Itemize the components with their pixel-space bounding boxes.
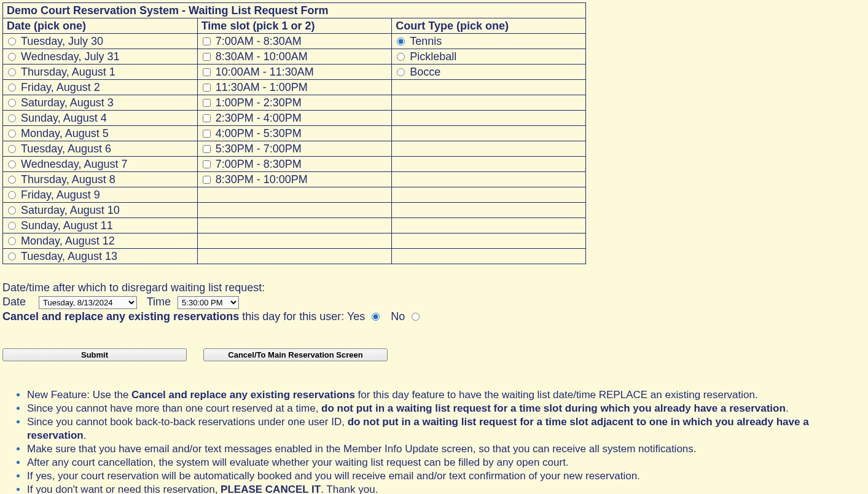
timeslot-cell[interactable]: 1:00PM - 2:30PM <box>197 95 392 111</box>
submit-button[interactable]: Submit <box>2 348 187 361</box>
date-cell[interactable]: Wednesday, July 31 <box>3 49 198 65</box>
date-radio[interactable] <box>8 130 16 138</box>
date-radio[interactable] <box>8 114 16 122</box>
date-cell[interactable]: Saturday, August 10 <box>3 203 198 218</box>
date-radio[interactable] <box>8 99 16 107</box>
timeslot-checkbox[interactable] <box>203 99 211 107</box>
timeslot-cell[interactable]: 10:00AM - 11:30AM <box>197 65 392 80</box>
date-label: Saturday, August 3 <box>21 96 114 109</box>
empty-cell <box>197 233 392 249</box>
date-cell[interactable]: Saturday, August 3 <box>3 95 198 111</box>
date-label: Thursday, August 8 <box>21 173 115 186</box>
date-label: Tuesday, August 13 <box>21 250 117 263</box>
date-radio[interactable] <box>8 176 16 184</box>
date-label: Monday, August 5 <box>21 127 109 140</box>
date-cell[interactable]: Friday, August 2 <box>3 80 198 95</box>
court-radio[interactable] <box>397 68 405 76</box>
court-cell[interactable]: Pickleball <box>392 49 586 65</box>
timeslot-cell[interactable]: 2:30PM - 4:00PM <box>197 111 392 126</box>
timeslot-checkbox[interactable] <box>203 160 211 168</box>
note-item: New Feature: Use the Cancel and replace … <box>27 388 866 402</box>
date-radio[interactable] <box>8 160 16 168</box>
date-label: Tuesday, July 30 <box>21 35 103 48</box>
date-radio[interactable] <box>8 68 16 76</box>
timeslot-cell[interactable]: 7:00AM - 8:30AM <box>197 34 392 49</box>
date-radio[interactable] <box>8 84 16 92</box>
timeslot-cell[interactable]: 7:00PM - 8:30PM <box>197 157 392 172</box>
cancel-replace-no-radio[interactable] <box>412 313 420 321</box>
col-header-court: Court Type (pick one) <box>392 18 586 34</box>
note-item: If you don't want or need this reservati… <box>27 483 866 494</box>
timeslot-checkbox[interactable] <box>203 68 211 76</box>
empty-cell <box>392 157 586 172</box>
timeslot-label: 7:00AM - 8:30AM <box>216 35 302 48</box>
timeslot-cell[interactable]: 8:30PM - 10:00PM <box>197 172 392 187</box>
date-label: Friday, August 9 <box>21 189 100 202</box>
date-radio[interactable] <box>8 206 16 214</box>
date-radio[interactable] <box>8 145 16 153</box>
empty-cell <box>392 172 586 187</box>
timeslot-checkbox[interactable] <box>203 176 211 184</box>
timeslot-checkbox[interactable] <box>203 37 211 45</box>
empty-cell <box>392 203 586 218</box>
date-cell[interactable]: Monday, August 5 <box>3 126 198 141</box>
cancel-replace-rest: this day for this user: <box>239 310 347 323</box>
court-radio[interactable] <box>397 53 405 61</box>
timeslot-checkbox[interactable] <box>203 145 211 153</box>
empty-cell <box>197 187 392 203</box>
cancel-replace-yes-radio[interactable] <box>372 313 380 321</box>
timeslot-checkbox[interactable] <box>203 114 211 122</box>
court-radio[interactable] <box>397 37 405 45</box>
court-label: Bocce <box>410 66 440 79</box>
cancel-replace-bold: Cancel and replace any existing reservat… <box>2 310 239 323</box>
timeslot-cell[interactable]: 11:30AM - 1:00PM <box>197 80 392 95</box>
date-radio[interactable] <box>8 53 16 61</box>
empty-cell <box>392 187 586 203</box>
empty-cell <box>392 95 586 111</box>
court-cell[interactable]: Tennis <box>392 34 586 49</box>
empty-cell <box>392 141 586 157</box>
date-label: Wednesday, July 31 <box>21 50 119 63</box>
date-cell[interactable]: Wednesday, August 7 <box>3 157 198 172</box>
timeslot-label: 5:30PM - 7:00PM <box>216 143 302 155</box>
disregard-time-select[interactable]: 5:30:00 PM <box>178 296 239 309</box>
empty-cell <box>197 249 392 264</box>
timeslot-cell[interactable]: 5:30PM - 7:00PM <box>197 141 392 157</box>
court-cell[interactable]: Bocce <box>392 65 586 80</box>
timeslot-cell[interactable]: 4:00PM - 5:30PM <box>197 126 392 141</box>
empty-cell <box>392 249 586 264</box>
disregard-date-select[interactable]: Tuesday, 8/13/2024 <box>39 296 137 309</box>
date-cell[interactable]: Thursday, August 8 <box>3 172 198 187</box>
date-cell[interactable]: Tuesday, July 30 <box>3 34 198 49</box>
date-cell[interactable]: Monday, August 12 <box>3 233 198 249</box>
empty-cell <box>197 218 392 233</box>
timeslot-cell[interactable]: 8:30AM - 10:00AM <box>197 49 392 65</box>
date-radio[interactable] <box>8 37 16 45</box>
date-label: Thursday, August 1 <box>21 66 115 79</box>
date-cell[interactable]: Tuesday, August 13 <box>3 249 198 264</box>
date-label: Saturday, August 10 <box>21 204 120 217</box>
timeslot-checkbox[interactable] <box>203 130 211 138</box>
timeslot-label: 8:30AM - 10:00AM <box>216 50 308 63</box>
notes-list: New Feature: Use the Cancel and replace … <box>2 388 866 494</box>
date-radio[interactable] <box>8 222 16 230</box>
date-cell[interactable]: Sunday, August 4 <box>3 111 198 126</box>
date-cell[interactable]: Friday, August 9 <box>3 187 198 203</box>
cancel-replace-no-label: No <box>391 310 405 323</box>
timeslot-checkbox[interactable] <box>203 53 211 61</box>
date-cell[interactable]: Tuesday, August 6 <box>3 141 198 157</box>
date-label: Wednesday, August 7 <box>21 158 127 171</box>
timeslot-label: 4:00PM - 5:30PM <box>216 127 302 140</box>
date-cell[interactable]: Thursday, August 1 <box>3 65 198 80</box>
empty-cell <box>197 203 392 218</box>
date-radio[interactable] <box>8 237 16 245</box>
date-radio[interactable] <box>8 253 16 261</box>
cancel-replace-yes-label: Yes <box>347 310 365 323</box>
date-radio[interactable] <box>8 191 16 199</box>
court-label: Tennis <box>410 35 442 48</box>
date-cell[interactable]: Sunday, August 11 <box>3 218 198 233</box>
cancel-button[interactable]: Cancel/To Main Reservation Screen <box>203 348 388 361</box>
date-label: Friday, August 2 <box>21 81 100 94</box>
disregard-date-label: Date <box>2 296 26 308</box>
timeslot-checkbox[interactable] <box>203 84 211 92</box>
